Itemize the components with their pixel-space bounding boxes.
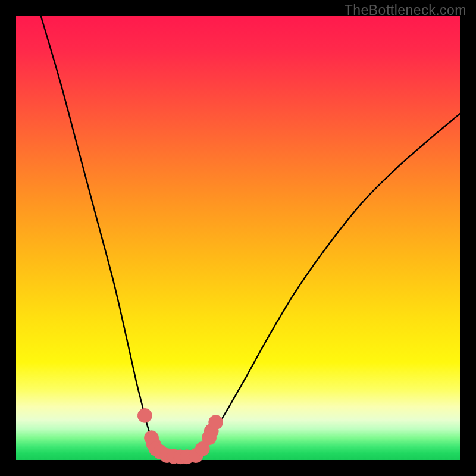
data-marker: [209, 415, 223, 430]
right-curve: [198, 114, 460, 455]
left-curve: [41, 16, 174, 456]
data-marker: [137, 408, 152, 422]
data-markers: [137, 408, 223, 464]
chart-svg: [16, 16, 460, 460]
